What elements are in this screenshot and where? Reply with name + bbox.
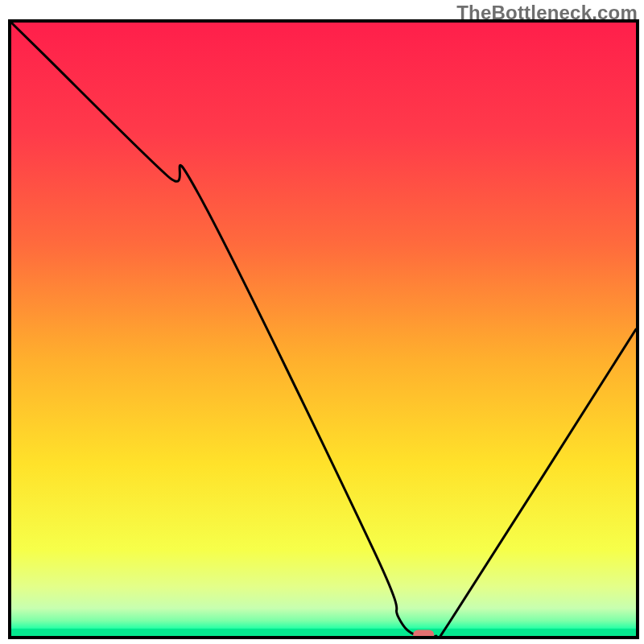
- chart-svg: [0, 0, 644, 644]
- bottleneck-chart: TheBottleneck.com: [0, 0, 644, 644]
- plot-area: [11, 23, 636, 644]
- bottom-green-band: [11, 629, 636, 636]
- watermark-text: TheBottleneck.com: [456, 2, 638, 24]
